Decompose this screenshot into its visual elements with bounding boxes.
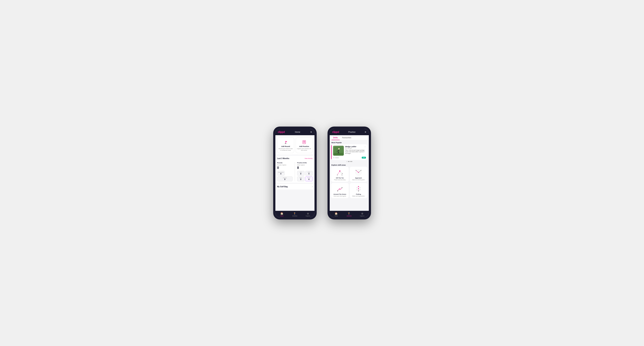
drill-title: Wedge Ladder bbox=[345, 146, 366, 148]
svg-point-2 bbox=[285, 143, 286, 144]
action-cards: Add Round Record your shots in fast or e… bbox=[276, 135, 314, 155]
view-activity-link[interactable]: View Activity bbox=[304, 158, 312, 159]
putting-name: Putting bbox=[356, 193, 361, 195]
svg-line-17 bbox=[340, 171, 342, 175]
off-the-tee-desc: Power and accuracy bbox=[334, 179, 346, 180]
around-green-name: Around The Green bbox=[334, 193, 346, 195]
tab-favourites[interactable]: Favourites bbox=[340, 135, 353, 140]
rounds-col: Rounds Rounds Capture 0 Tournament 0 Pra… bbox=[277, 162, 293, 181]
dot-2 bbox=[348, 161, 349, 162]
home-header: clippd Home ≡ bbox=[276, 129, 314, 135]
drills-sub-grid: OTT 0 APP 4 ARG 0 PUTT 4 bbox=[297, 171, 313, 181]
tournament-stat: Tournament 0 bbox=[277, 171, 285, 176]
around-green-icon bbox=[336, 185, 344, 193]
practice-nav-capture[interactable]: ⊕ Capture bbox=[356, 211, 369, 217]
ott-value: 0 bbox=[298, 173, 304, 175]
practice-menu-icon[interactable]: ≡ bbox=[365, 131, 366, 133]
app-logo: clippd bbox=[278, 131, 285, 133]
svg-point-42 bbox=[360, 189, 360, 190]
carousel-dots bbox=[330, 160, 369, 163]
off-the-tee-name: Off The Tee bbox=[336, 177, 344, 179]
practice-title: Practice bbox=[348, 131, 356, 133]
putt-stat: PUTT 4 bbox=[305, 176, 313, 181]
menu-icon[interactable]: ≡ bbox=[310, 131, 312, 133]
golf-bag-row[interactable]: My Golf Bag › bbox=[276, 184, 314, 189]
drill-info: Wedge Ladder 50–100 yds Play 1 shot at e… bbox=[345, 146, 366, 156]
arg-value: 0 bbox=[298, 178, 304, 180]
phone-home: clippd Home ≡ Add Round bbox=[273, 127, 317, 219]
approach-name: Approach bbox=[355, 177, 362, 179]
skill-around-green[interactable]: Around The Green Hone your short game bbox=[331, 183, 349, 198]
putting-desc: Make and lag practice bbox=[352, 195, 365, 197]
drill-card-wrapper: Wedge Ladder 50–100 yds Play 1 shot at e… bbox=[331, 144, 367, 160]
practice-content: Most Popular bbox=[330, 140, 369, 211]
capture-nav-icon: ⊕ bbox=[307, 212, 309, 215]
svg-point-30 bbox=[337, 190, 338, 191]
activity-header: Last 3 Months View Activity bbox=[276, 156, 314, 161]
svg-line-15 bbox=[337, 171, 340, 175]
practice-activities-label: Activities bbox=[347, 215, 352, 217]
drill-desc: Play 1 shot at each target yardage. If y… bbox=[345, 149, 366, 154]
add-round-card[interactable]: Add Round Record your shots in fast or e… bbox=[277, 137, 294, 153]
practice-tabs: Drills Favourites bbox=[330, 135, 369, 140]
drills-capture-value: 8 bbox=[297, 166, 313, 170]
skill-grid: Off The Tee Power and accuracy bbox=[330, 167, 369, 199]
tab-drills[interactable]: Drills bbox=[332, 135, 340, 140]
skill-putting[interactable]: Putting Make and lag practice bbox=[350, 183, 367, 198]
home-title: Home bbox=[295, 131, 300, 133]
drill-yardage: 50–100 yds bbox=[345, 148, 366, 149]
svg-point-32 bbox=[342, 187, 342, 188]
add-round-desc: Record your shots in fast or enhanced mo… bbox=[278, 148, 293, 151]
practice-nav-home[interactable]: 🏠 Home bbox=[330, 211, 343, 217]
phone-practice: clippd Practice ≡ Drills Favourites Most… bbox=[328, 127, 371, 219]
practice-app-logo: clippd bbox=[332, 131, 339, 133]
svg-point-9 bbox=[338, 148, 340, 150]
home-nav-icon: 🏠 bbox=[280, 212, 283, 215]
nav-capture[interactable]: ⊕ Capture bbox=[302, 211, 314, 217]
drill-card-indicator bbox=[331, 144, 332, 160]
drill-card-body: Wedge Ladder 50–100 yds Play 1 shot at e… bbox=[331, 144, 367, 156]
svg-rect-1 bbox=[286, 141, 286, 144]
stats-divider bbox=[295, 162, 295, 181]
drill-footer: 9 shots APP bbox=[331, 156, 367, 160]
dot-3 bbox=[350, 161, 350, 162]
drill-shots: 9 shots bbox=[333, 157, 339, 158]
svg-point-21 bbox=[342, 175, 342, 175]
svg-point-28 bbox=[356, 170, 356, 171]
svg-point-18 bbox=[339, 171, 340, 172]
svg-point-29 bbox=[361, 170, 362, 171]
rounds-col-title: Rounds bbox=[277, 162, 293, 164]
skill-off-the-tee[interactable]: Off The Tee Power and accuracy bbox=[331, 167, 349, 182]
svg-point-31 bbox=[340, 189, 340, 190]
svg-point-33 bbox=[338, 189, 339, 190]
svg-point-40 bbox=[360, 187, 360, 188]
around-green-desc: Hone your short game bbox=[334, 195, 346, 197]
svg-point-20 bbox=[342, 173, 343, 174]
svg-point-34 bbox=[341, 188, 341, 189]
app-value: 4 bbox=[306, 173, 312, 175]
approach-icon bbox=[354, 169, 362, 176]
add-practice-card[interactable]: Add Practice Capture your practice off-t… bbox=[296, 137, 313, 153]
nav-activities[interactable]: 🏌 Activities bbox=[288, 211, 302, 217]
home-nav-label: Home bbox=[280, 215, 284, 217]
practice-activities-icon: 🏌 bbox=[348, 212, 351, 215]
last-3-months-label: Last 3 Months bbox=[277, 158, 289, 160]
arg-stat: ARG 0 bbox=[297, 176, 304, 181]
svg-point-39 bbox=[357, 187, 358, 188]
putting-icon bbox=[354, 185, 362, 193]
practice-capture-label: Capture bbox=[360, 215, 364, 217]
golf-bag-label: My Golf Bag bbox=[277, 186, 288, 188]
app-stat: APP 4 bbox=[305, 171, 313, 176]
star-icon[interactable]: ☆ bbox=[364, 146, 366, 148]
drills-col-title: Practice Drills bbox=[297, 162, 313, 164]
off-the-tee-icon bbox=[336, 169, 344, 176]
practice-header: clippd Practice ≡ bbox=[330, 129, 369, 135]
capture-nav-label: Capture bbox=[306, 215, 310, 217]
practice-nav-activities[interactable]: 🏌 Activities bbox=[343, 211, 356, 217]
svg-point-19 bbox=[337, 175, 338, 175]
nav-home[interactable]: 🏠 Home bbox=[276, 211, 288, 217]
practice-capture-icon: ⊕ bbox=[361, 212, 363, 215]
skill-approach[interactable]: Approach Dial-in to hit the green bbox=[350, 167, 367, 182]
practice-stat: Practice 0 bbox=[277, 176, 293, 181]
rounds-capture-label: Rounds Capture bbox=[277, 164, 293, 166]
